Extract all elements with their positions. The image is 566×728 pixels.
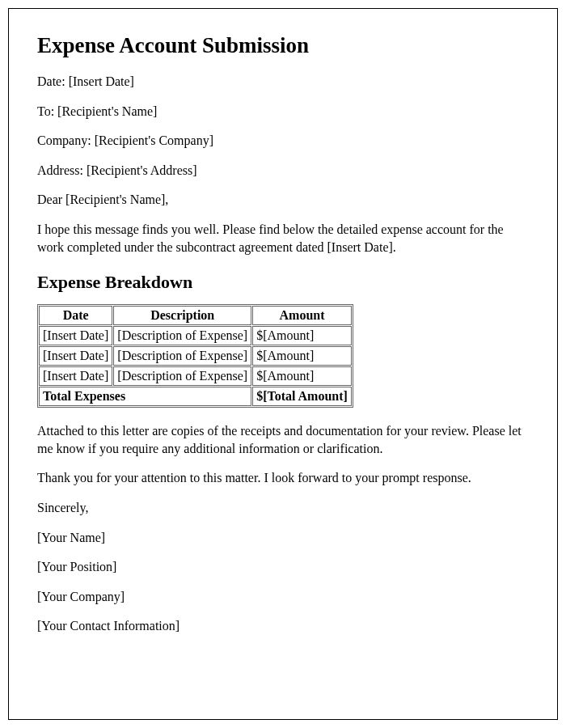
address-line: Address: [Recipient's Address] [37, 162, 529, 180]
thanks-paragraph: Thank you for your attention to this mat… [37, 469, 529, 487]
total-value: $[Total Amount] [252, 387, 352, 406]
total-label: Total Expenses [39, 387, 251, 406]
header-date: Date [39, 306, 112, 325]
cell-description: [Description of Expense] [113, 346, 251, 366]
date-label: Date: [37, 74, 69, 88]
address-label: Address: [37, 163, 87, 177]
cell-date: [Insert Date] [39, 346, 112, 366]
sender-contact: [Your Contact Information] [37, 617, 529, 635]
table-header-row: Date Description Amount [39, 306, 352, 325]
table-total-row: Total Expenses $[Total Amount] [39, 387, 352, 406]
breakdown-heading: Expense Breakdown [37, 272, 529, 293]
cell-amount: $[Amount] [252, 326, 352, 345]
sender-company: [Your Company] [37, 588, 529, 606]
header-description: Description [113, 306, 251, 325]
page-title: Expense Account Submission [37, 33, 529, 58]
table-row: [Insert Date] [Description of Expense] $… [39, 366, 352, 386]
cell-description: [Description of Expense] [113, 326, 251, 345]
to-value: [Recipient's Name] [57, 104, 157, 118]
date-value: [Insert Date] [69, 74, 134, 88]
cell-amount: $[Amount] [252, 366, 352, 386]
cell-amount: $[Amount] [252, 346, 352, 366]
table-row: [Insert Date] [Description of Expense] $… [39, 326, 352, 345]
salutation: Dear [Recipient's Name], [37, 191, 529, 209]
table-row: [Insert Date] [Description of Expense] $… [39, 346, 352, 366]
intro-paragraph: I hope this message finds you well. Plea… [37, 221, 529, 256]
sender-position: [Your Position] [37, 558, 529, 576]
date-line: Date: [Insert Date] [37, 73, 529, 91]
company-label: Company: [37, 133, 95, 147]
attachment-note: Attached to this letter are copies of th… [37, 422, 529, 457]
cell-date: [Insert Date] [39, 326, 112, 345]
cell-description: [Description of Expense] [113, 366, 251, 386]
address-value: [Recipient's Address] [87, 163, 197, 177]
closing: Sincerely, [37, 499, 529, 517]
sender-name: [Your Name] [37, 529, 529, 547]
document-page: Expense Account Submission Date: [Insert… [8, 8, 558, 720]
expense-table: Date Description Amount [Insert Date] [D… [37, 304, 353, 408]
to-line: To: [Recipient's Name] [37, 103, 529, 121]
cell-date: [Insert Date] [39, 366, 112, 386]
company-value: [Recipient's Company] [95, 133, 213, 147]
header-amount: Amount [252, 306, 352, 325]
to-label: To: [37, 104, 57, 118]
company-line: Company: [Recipient's Company] [37, 132, 529, 150]
